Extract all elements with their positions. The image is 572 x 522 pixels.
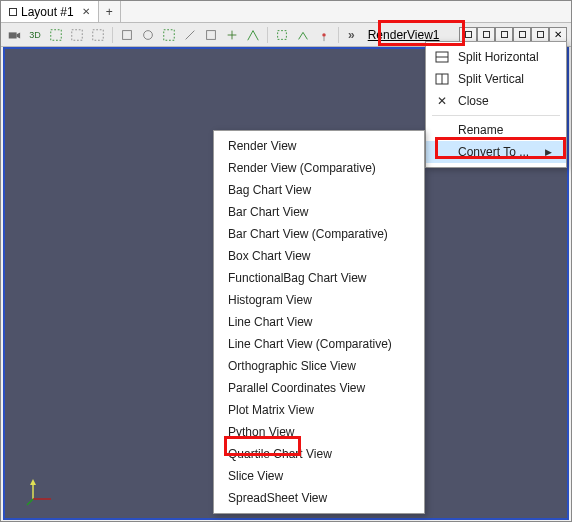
menu-convert-to[interactable]: Convert To ... ▶ — [426, 141, 566, 163]
svg-rect-4 — [93, 29, 104, 40]
toolbar-icon-2[interactable] — [68, 26, 86, 44]
svg-rect-8 — [207, 30, 216, 39]
toolbar-icon-8[interactable] — [202, 26, 220, 44]
menu-label: Line Chart View (Comparative) — [228, 337, 392, 351]
menu-label: Python View — [228, 425, 295, 439]
menu-split-horizontal[interactable]: Split Horizontal — [426, 46, 566, 68]
menu-label: Bar Chart View — [228, 205, 308, 219]
convert-option-slice-view[interactable]: Slice View — [214, 465, 424, 487]
svg-point-10 — [322, 33, 326, 37]
convert-option-quartile-chart-view[interactable]: Quartile Chart View — [214, 443, 424, 465]
svg-line-14 — [27, 499, 33, 505]
convert-option-parallel-coordinates-view[interactable]: Parallel Coordinates View — [214, 377, 424, 399]
menu-label: Rename — [458, 123, 503, 137]
convert-option-line-chart-view[interactable]: Line Chart View — [214, 311, 424, 333]
window-icon — [9, 8, 17, 16]
svg-point-6 — [144, 30, 153, 39]
menu-label: Bag Chart View — [228, 183, 311, 197]
menu-separator — [432, 115, 560, 116]
menu-rename[interactable]: Rename — [426, 119, 566, 141]
toolbar-icon-6[interactable] — [160, 26, 178, 44]
convert-to-submenu: Render ViewRender View (Comparative)Bag … — [213, 130, 425, 514]
menu-label: Bar Chart View (Comparative) — [228, 227, 388, 241]
convert-option-render-view[interactable]: Render View — [214, 135, 424, 157]
toolbar-icon-1[interactable] — [47, 26, 65, 44]
menu-label: SpreadSheet View — [228, 491, 327, 505]
toolbar-separator — [112, 27, 113, 43]
svg-rect-7 — [164, 29, 175, 40]
svg-rect-0 — [9, 32, 17, 38]
add-layout-tab[interactable]: + — [99, 1, 121, 22]
menu-label: Slice View — [228, 469, 283, 483]
close-icon[interactable]: ✕ — [82, 6, 90, 17]
convert-option-render-view-comparative[interactable]: Render View (Comparative) — [214, 157, 424, 179]
convert-option-box-chart-view[interactable]: Box Chart View — [214, 245, 424, 267]
menu-label: Line Chart View — [228, 315, 313, 329]
mode-3d-button[interactable]: 3D — [26, 26, 44, 44]
toolbar-overflow[interactable]: » — [344, 28, 359, 42]
toolbar-icon-13[interactable] — [315, 26, 333, 44]
menu-label: Render View (Comparative) — [228, 161, 376, 175]
menu-label: Orthographic Slice View — [228, 359, 356, 373]
menu-label: Convert To ... — [458, 145, 529, 159]
menu-label: Histogram View — [228, 293, 312, 307]
toolbar-separator — [267, 27, 268, 43]
svg-rect-2 — [51, 29, 62, 40]
menu-split-vertical[interactable]: Split Vertical — [426, 68, 566, 90]
svg-marker-12 — [30, 479, 36, 485]
menu-label: Plot Matrix View — [228, 403, 314, 417]
svg-rect-5 — [123, 30, 132, 39]
convert-option-histogram-view[interactable]: Histogram View — [214, 289, 424, 311]
view-context-menu: Split Horizontal Split Vertical ✕ Close … — [425, 41, 567, 168]
convert-option-python-view[interactable]: Python View — [214, 421, 424, 443]
svg-marker-1 — [17, 32, 21, 38]
toolbar-icon-3[interactable] — [89, 26, 107, 44]
convert-option-bag-chart-view[interactable]: Bag Chart View — [214, 179, 424, 201]
toolbar-icon-9[interactable] — [223, 26, 241, 44]
menu-label: Parallel Coordinates View — [228, 381, 365, 395]
tab-label: Layout #1 — [21, 5, 74, 19]
camera-icon[interactable] — [5, 26, 23, 44]
blank-icon — [434, 122, 450, 138]
toolbar-icon-7[interactable] — [181, 26, 199, 44]
convert-option-plot-matrix-view[interactable]: Plot Matrix View — [214, 399, 424, 421]
toolbar-icon-12[interactable] — [294, 26, 312, 44]
toolbar-icon-5[interactable] — [139, 26, 157, 44]
toolbar-separator — [338, 27, 339, 43]
toolbar-icon-11[interactable] — [273, 26, 291, 44]
menu-close[interactable]: ✕ Close — [426, 90, 566, 112]
convert-option-orthographic-slice-view[interactable]: Orthographic Slice View — [214, 355, 424, 377]
menu-label: Split Horizontal — [458, 50, 539, 64]
split-vertical-icon — [434, 71, 450, 87]
menu-label: Split Vertical — [458, 72, 524, 86]
layout-tab-1[interactable]: Layout #1 ✕ — [1, 1, 99, 22]
toolbar-icon-10[interactable] — [244, 26, 262, 44]
menu-label: Box Chart View — [228, 249, 310, 263]
orientation-axes-icon — [25, 477, 55, 510]
toolbar-icon-4[interactable] — [118, 26, 136, 44]
svg-rect-9 — [278, 30, 287, 39]
menu-label: Close — [458, 94, 489, 108]
blank-icon — [434, 144, 450, 160]
convert-option-bar-chart-view-comparative[interactable]: Bar Chart View (Comparative) — [214, 223, 424, 245]
convert-option-functionalbag-chart-view[interactable]: FunctionalBag Chart View — [214, 267, 424, 289]
convert-option-line-chart-view-comparative[interactable]: Line Chart View (Comparative) — [214, 333, 424, 355]
submenu-arrow-icon: ▶ — [545, 147, 552, 157]
convert-option-bar-chart-view[interactable]: Bar Chart View — [214, 201, 424, 223]
layout-tab-bar: Layout #1 ✕ + — [1, 1, 571, 23]
close-icon: ✕ — [434, 93, 450, 109]
svg-rect-3 — [72, 29, 83, 40]
menu-label: Render View — [228, 139, 296, 153]
split-horizontal-icon — [434, 49, 450, 65]
menu-label: Quartile Chart View — [228, 447, 332, 461]
menu-label: FunctionalBag Chart View — [228, 271, 367, 285]
convert-option-spreadsheet-view[interactable]: SpreadSheet View — [214, 487, 424, 509]
active-view-name[interactable]: RenderView1 — [368, 28, 440, 42]
